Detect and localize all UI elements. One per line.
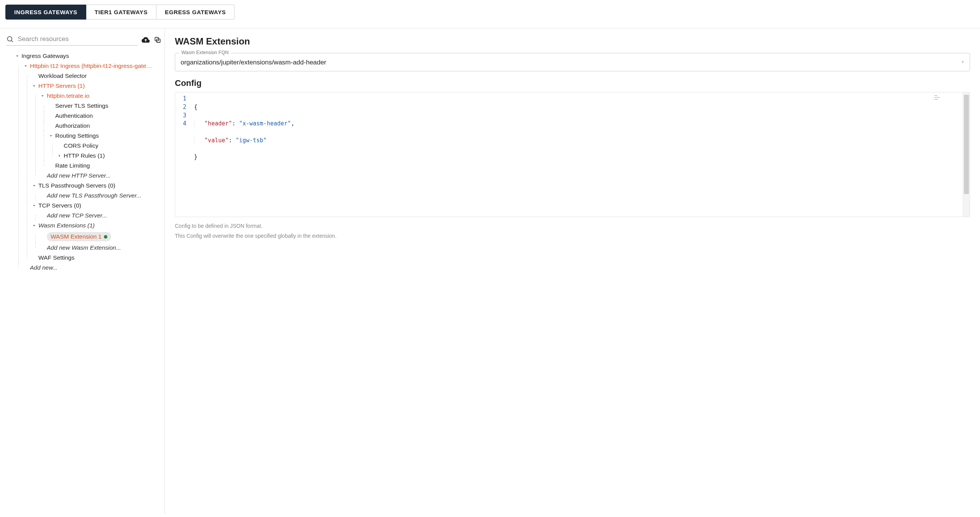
tab-tier1-gateways[interactable]: TIER1 GATEWAYS (86, 5, 156, 20)
workspace: Ingress Gateways Httpbin t12 Ingress (ht… (0, 28, 980, 514)
editor-scrollbar[interactable] (963, 92, 970, 217)
editor-code[interactable]: { "header": "x-wasm-header", "value": "i… (190, 92, 963, 217)
config-editor[interactable]: 1 2 3 4 { "header": "x-wasm-header", "va… (175, 92, 970, 217)
editor-minimap: ▬▬▬▬▬▬▬▬▬▬▬▬▬ (934, 95, 961, 104)
tree-item-cors-policy[interactable]: CORS Policy (64, 142, 98, 149)
tree-item-httpbin-ingress[interactable]: Httpbin t12 Ingress (httpbin-t12-ingress… (30, 63, 152, 69)
dropdown-caret-icon (960, 59, 965, 66)
main-panel: WASM Extension Wasm Extension FQN organi… (165, 28, 980, 514)
chevron-down-icon[interactable] (15, 53, 20, 59)
copy-icon[interactable] (154, 36, 161, 44)
config-heading: Config (175, 78, 970, 88)
svg-line-1 (12, 41, 13, 42)
fqn-legend: Wasm Extension FQN (179, 50, 231, 55)
chevron-down-icon[interactable] (31, 223, 37, 228)
tree-item-wasm-extension-1[interactable]: WASM Extension 1 (47, 232, 111, 241)
chevron-down-icon[interactable] (23, 63, 28, 69)
search-icon (6, 35, 14, 43)
tree-item-workload-selector[interactable]: Workload Selector (38, 72, 87, 79)
wasm-extension-fqn-select[interactable]: Wasm Extension FQN organizations/jupiter… (175, 53, 970, 71)
tree-action-add-tcp-server[interactable]: Add new TCP Server... (47, 212, 107, 219)
chevron-down-icon[interactable] (40, 93, 45, 99)
search-input[interactable] (18, 35, 138, 43)
tree-item-authorization[interactable]: Authorization (55, 122, 90, 129)
tree-item-http-host[interactable]: httpbin.tetrate.io (47, 92, 89, 99)
status-dot-icon (104, 235, 107, 239)
tree-item-tls-passthrough-servers[interactable]: TLS Passthrough Servers (0) (38, 182, 115, 189)
chevron-down-icon[interactable] (31, 183, 37, 188)
chevron-right-icon[interactable] (57, 153, 62, 158)
config-hint-1: Config to be defined in JSON format. (175, 222, 970, 231)
chevron-down-icon[interactable] (48, 133, 54, 138)
tree-item-http-servers[interactable]: HTTP Servers (1) (38, 82, 85, 89)
tree-item-wasm-extensions[interactable]: Wasm Extensions (1) (38, 222, 95, 229)
fqn-value: organizations/jupiter/extensions/wasm-ad… (181, 59, 955, 66)
tree-item-waf-settings[interactable]: WAF Settings (38, 254, 74, 261)
tree-item-http-rules[interactable]: HTTP Rules (1) (64, 152, 105, 159)
chevron-down-icon[interactable] (31, 203, 37, 208)
tree-item-tcp-servers[interactable]: TCP Servers (0) (38, 202, 81, 209)
gateway-tabs: INGRESS GATEWAYS TIER1 GATEWAYS EGRESS G… (0, 0, 980, 20)
cloud-upload-icon[interactable] (141, 36, 150, 44)
tree-item-routing-settings[interactable]: Routing Settings (55, 132, 99, 139)
editor-gutter: 1 2 3 4 (175, 92, 190, 217)
tab-ingress-gateways[interactable]: INGRESS GATEWAYS (5, 5, 86, 20)
tree-action-add-http-server[interactable]: Add new HTTP Server... (47, 172, 111, 179)
chevron-down-icon[interactable] (31, 83, 37, 89)
tree-item-rate-limiting[interactable]: Rate Limiting (55, 162, 90, 169)
page-title: WASM Extension (175, 36, 970, 47)
tree-action-add-wasm-extension[interactable]: Add new Wasm Extension... (47, 244, 121, 251)
resource-tree: Ingress Gateways Httpbin t12 Ingress (ht… (6, 51, 161, 273)
tab-egress-gateways[interactable]: EGRESS GATEWAYS (156, 5, 235, 20)
tree-item-authentication[interactable]: Authentication (55, 112, 93, 119)
resource-sidebar: Ingress Gateways Httpbin t12 Ingress (ht… (0, 28, 165, 514)
tree-action-add-new[interactable]: Add new... (30, 264, 58, 271)
config-hint-2: This Config will overwrite the one speci… (175, 232, 970, 241)
search-container (6, 34, 138, 46)
svg-point-0 (7, 36, 12, 41)
tree-action-add-tls-passthrough-server[interactable]: Add new TLS Passthrough Server... (47, 192, 141, 199)
tree-root-ingress-gateways[interactable]: Ingress Gateways (21, 53, 69, 59)
tree-item-server-tls-settings[interactable]: Server TLS Settings (55, 102, 108, 109)
